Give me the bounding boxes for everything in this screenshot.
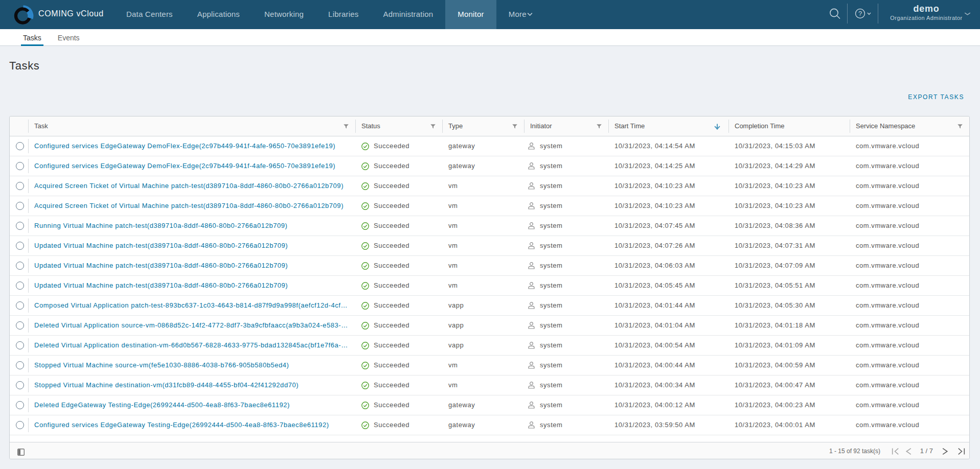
svg-text:?: ? — [858, 10, 862, 17]
